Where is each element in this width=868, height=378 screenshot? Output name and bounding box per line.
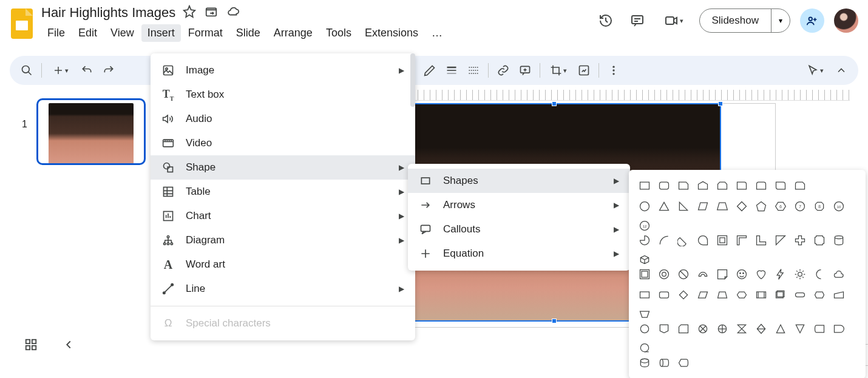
shape-flow-trapezoid[interactable] [715, 288, 730, 302]
shape-pie[interactable] [637, 233, 652, 248]
insert-shape[interactable]: Shape▶ [151, 155, 415, 180]
star-icon[interactable] [183, 5, 196, 21]
menu-format[interactable]: Format [182, 24, 229, 42]
shape-flow-hexagon[interactable] [734, 288, 749, 302]
menu-extensions[interactable]: Extensions [359, 24, 424, 42]
insert-text-box[interactable]: TTText box [151, 83, 415, 107]
link-icon[interactable] [493, 61, 513, 80]
shape-diamond[interactable] [734, 199, 749, 214]
shape-flow-magnetic[interactable] [637, 356, 652, 370]
comments-icon[interactable] [626, 10, 648, 32]
insert-word-art[interactable]: AWord art [151, 252, 415, 277]
shape-heart[interactable] [754, 267, 768, 282]
shape-sun[interactable] [793, 267, 807, 282]
shape-cube[interactable] [637, 252, 652, 267]
shape-bevel[interactable] [637, 267, 652, 282]
comment-icon[interactable] [515, 61, 535, 80]
shape-snip-both[interactable] [715, 178, 730, 193]
shape-flow-manual-input[interactable] [832, 288, 846, 302]
shape-flow-parallelogram[interactable] [696, 288, 710, 302]
menu-insert[interactable]: Insert [141, 24, 181, 42]
shape-hexagon[interactable]: 6 [773, 199, 788, 214]
shape-snip-corner[interactable] [676, 178, 691, 193]
menu-arrange[interactable]: Arrange [268, 24, 319, 42]
shape-right-triangle[interactable] [676, 199, 691, 214]
shape-flow-direct[interactable] [657, 356, 671, 370]
collapse-icon[interactable] [832, 61, 851, 80]
shape-heptagon[interactable]: 7 [793, 199, 807, 214]
shape-parallelogram[interactable] [696, 199, 710, 214]
shape-flow-manual-op[interactable] [637, 307, 652, 322]
insert-line[interactable]: Line▶ [151, 277, 415, 301]
insert-table[interactable]: Table▶ [151, 180, 415, 204]
shape-flow-display[interactable] [676, 356, 691, 370]
slideshow-label[interactable]: Slideshow [700, 15, 771, 27]
share-button[interactable] [800, 8, 824, 33]
search-icon[interactable] [17, 61, 36, 80]
shape-lightning[interactable] [773, 267, 788, 282]
shape-flow-terminator[interactable] [793, 288, 807, 302]
insert-audio[interactable]: Audio [151, 107, 415, 131]
cursor-icon[interactable]: ▾ [801, 61, 829, 80]
insert-diagram[interactable]: Diagram▶ [151, 228, 415, 252]
grid-view-icon[interactable] [24, 338, 38, 354]
slideshow-button[interactable]: Slideshow ▾ [699, 8, 791, 33]
more-icon[interactable] [604, 61, 623, 80]
shape-donut[interactable] [657, 267, 671, 282]
menu-more[interactable]: … [426, 24, 449, 42]
shape-half-frame[interactable] [734, 233, 749, 248]
shape-rectangle[interactable] [637, 178, 652, 193]
shape-plaque[interactable] [812, 233, 827, 248]
new-slide-icon[interactable]: ▾ [47, 61, 75, 80]
shape-cross[interactable] [793, 233, 807, 248]
shape-flow-stored[interactable] [812, 322, 827, 336]
meet-icon[interactable]: ▾ [658, 10, 690, 32]
shape-dodecagon[interactable]: 12 [637, 218, 652, 233]
shape-arc[interactable] [657, 233, 671, 248]
shape-triangle[interactable] [657, 199, 671, 214]
history-icon[interactable] [595, 10, 617, 32]
shape-diagonal[interactable] [773, 233, 788, 248]
shape-flow-summing[interactable] [715, 322, 730, 336]
doc-title[interactable]: Hair Highlights Images [41, 5, 175, 21]
menu-file[interactable]: File [41, 24, 71, 42]
avatar[interactable] [834, 8, 858, 33]
shape-arrows[interactable]: Arrows▶ [408, 193, 630, 217]
undo-icon[interactable] [77, 61, 97, 80]
shape-snip-round[interactable] [793, 178, 807, 193]
shape-flow-delay[interactable] [832, 322, 846, 336]
line-weight-icon[interactable] [442, 61, 461, 80]
shape-callouts[interactable]: Callouts▶ [408, 217, 630, 241]
shape-pentagon[interactable] [754, 199, 768, 214]
prev-icon[interactable] [62, 338, 75, 354]
shape-l[interactable] [754, 233, 768, 248]
shape-folded-corner[interactable] [715, 267, 730, 282]
redo-icon[interactable] [99, 61, 118, 80]
move-icon[interactable] [205, 5, 218, 21]
scrollbar[interactable] [410, 53, 415, 107]
shape-decagon[interactable]: 10 [832, 199, 846, 214]
shape-moon[interactable] [812, 267, 827, 282]
shape-flow-preparation[interactable] [812, 288, 827, 302]
pen-icon[interactable] [420, 61, 439, 80]
shape-trapezoid[interactable] [715, 199, 730, 214]
shape-equation[interactable]: Equation▶ [408, 241, 630, 266]
shape-smiley[interactable] [734, 267, 749, 282]
cloud-icon[interactable] [226, 5, 240, 21]
shape-flow-rect[interactable] [637, 288, 652, 302]
slideshow-dropdown[interactable]: ▾ [771, 9, 790, 32]
menu-edit[interactable]: Edit [72, 24, 103, 42]
slide-thumbnail[interactable] [36, 98, 146, 165]
shape-flow-tape[interactable] [696, 322, 710, 336]
shape-chord[interactable] [676, 233, 691, 248]
shape-frame[interactable] [715, 233, 730, 248]
shape-flow-extract[interactable] [773, 322, 788, 336]
crop-icon[interactable]: ▾ [545, 61, 572, 80]
shape-round-single[interactable] [734, 178, 749, 193]
shape-pentagon-home[interactable] [696, 178, 710, 193]
menu-view[interactable]: View [104, 24, 140, 42]
shape-flow-diamond[interactable] [676, 288, 691, 302]
shape-no-symbol[interactable] [676, 267, 691, 282]
reset-image-icon[interactable] [574, 61, 594, 80]
shape-flow-card[interactable] [676, 322, 691, 336]
